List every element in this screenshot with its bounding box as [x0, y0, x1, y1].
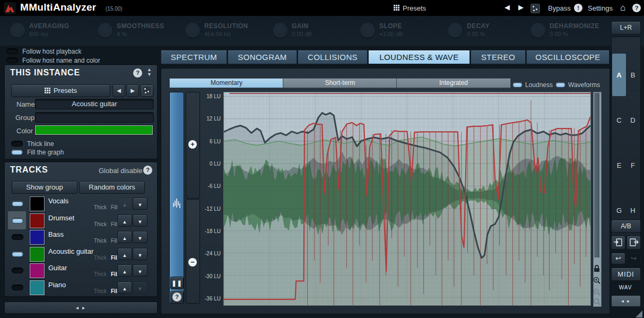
instance-presets-button[interactable]: Presets [11, 84, 110, 97]
tab-stereo[interactable]: STEREO [471, 50, 526, 64]
track-color-swatch[interactable] [30, 230, 45, 245]
chart-scrollbar[interactable] [593, 92, 602, 307]
random-colors-button[interactable]: Random colors [79, 181, 145, 194]
track-fill-toggle[interactable]: Fill [111, 221, 118, 227]
track-enable-toggle[interactable] [12, 234, 23, 240]
copy-out-button[interactable] [626, 236, 641, 250]
tab-spectrum[interactable]: SPECTRUM [161, 50, 227, 64]
track-thick-toggle[interactable]: Thick [94, 271, 107, 277]
ab-compare-button[interactable]: A/B [611, 220, 641, 233]
slot-b[interactable]: B [626, 71, 640, 79]
bypass-button[interactable]: Bypass [548, 4, 571, 12]
track-color-swatch[interactable] [30, 196, 45, 211]
track-color-swatch[interactable] [30, 263, 45, 278]
undo-button[interactable]: ↩ [611, 253, 625, 264]
track-thick-toggle[interactable]: Thick [94, 255, 107, 261]
zoom-in-icon[interactable] [592, 276, 602, 285]
group-field[interactable] [35, 112, 154, 123]
loudness-wave-chart[interactable] [223, 92, 591, 306]
tab-loudness-wave[interactable]: LOUDNESS & WAVE [368, 50, 470, 64]
previous-preset-button[interactable]: ◀ [112, 84, 125, 97]
window-resize-grip[interactable] [636, 311, 642, 317]
color-field[interactable] [35, 125, 153, 135]
track-color-swatch[interactable] [30, 280, 45, 295]
previous-preset-button[interactable]: ◀ [504, 3, 510, 11]
waveforms-toggle[interactable]: Waveforms [555, 80, 600, 89]
slot-f[interactable]: F [626, 161, 640, 169]
wav-button[interactable]: WAV [615, 285, 636, 293]
track-fill-toggle[interactable]: Fill [111, 204, 118, 210]
level-meter[interactable] [169, 92, 184, 304]
resize-handle[interactable]: ◂ ▸ [4, 302, 158, 314]
global-disable-label[interactable]: Global disable [99, 167, 142, 175]
zoom-track-upper[interactable]: + [186, 92, 200, 199]
track-move-down-button[interactable]: ▼ [133, 231, 147, 243]
random-preset-button[interactable] [530, 4, 540, 13]
slot-e[interactable]: E [612, 161, 626, 169]
follow-host-name-color-toggle[interactable]: Follow host name and color [6, 55, 100, 65]
tab-momentary[interactable]: Momentary [169, 78, 284, 88]
track-move-up-button[interactable]: ▲ [117, 281, 132, 294]
track-move-up-button[interactable]: ▲ [117, 231, 132, 243]
midi-button[interactable]: MIDI [611, 268, 641, 281]
help-button[interactable]: ? [170, 291, 184, 304]
track-color-swatch[interactable] [30, 213, 45, 228]
settings-button[interactable]: Settings [588, 4, 613, 12]
copy-in-button[interactable] [611, 236, 625, 250]
track-color-swatch[interactable] [30, 247, 45, 262]
zoom-fit-icon[interactable] [592, 297, 602, 306]
zoom-out-icon[interactable] [592, 287, 602, 297]
tab-sonogram[interactable]: SONOGRAM [228, 50, 297, 64]
track-fill-toggle[interactable]: Fill [111, 238, 118, 244]
track-thick-toggle[interactable]: Thick [94, 238, 107, 244]
fill-graph-toggle[interactable]: Fill the graph [11, 147, 64, 157]
track-enable-toggle[interactable] [12, 201, 23, 207]
track-move-down-button[interactable]: ▼ [133, 214, 147, 227]
resize-handle[interactable]: ◂ ▸ [611, 295, 641, 307]
follow-host-playback-toggle[interactable]: Follow host playback [6, 46, 81, 56]
slot-a[interactable]: A [612, 71, 626, 79]
slot-d[interactable]: D [626, 116, 640, 124]
track-move-down-button[interactable]: ▼ [133, 264, 147, 277]
track-enable-toggle[interactable] [12, 218, 23, 224]
tab-integrated[interactable]: Integrated [396, 78, 511, 88]
track-move-down-button[interactable]: ▼ [133, 281, 147, 294]
track-thick-toggle[interactable]: Thick [94, 204, 107, 210]
next-preset-button[interactable]: ▶ [518, 3, 524, 11]
slot-g[interactable]: G [612, 207, 626, 214]
track-move-up-button[interactable]: ▲ [117, 248, 132, 260]
random-preset-button[interactable] [140, 84, 154, 97]
zoom-out-button[interactable]: − [188, 258, 197, 267]
zoom-in-button[interactable]: + [188, 140, 197, 149]
track-enable-toggle[interactable] [12, 285, 23, 290]
slot-c[interactable]: C [612, 116, 626, 124]
track-thick-toggle[interactable]: Thick [94, 288, 107, 294]
track-move-up-button[interactable]: ▲ [117, 214, 132, 227]
tab-oscilloscope[interactable]: OSCILLOSCOPE [526, 50, 610, 64]
loudness-toggle[interactable]: Loudness [512, 80, 553, 89]
tab-short-term[interactable]: Short-term [283, 78, 397, 88]
alert-icon[interactable]: ! [574, 4, 582, 12]
zoom-track-lower[interactable]: − [186, 199, 200, 304]
scrollbar-thumb[interactable] [594, 93, 599, 257]
tab-collisions[interactable]: COLLISIONS [298, 50, 368, 64]
name-field[interactable]: Acoustic guitar [35, 99, 154, 109]
collapse-icon[interactable]: ▲▼ [147, 67, 152, 77]
track-move-down-button[interactable]: ▼ [133, 248, 147, 260]
track-move-down-button[interactable]: ▼ [133, 197, 147, 210]
track-enable-toggle[interactable] [12, 251, 23, 257]
track-thick-toggle[interactable]: Thick [94, 221, 107, 227]
next-preset-button[interactable]: ▶ [126, 84, 139, 97]
help-icon[interactable]: ? [143, 166, 152, 175]
slot-h[interactable]: H [626, 207, 640, 214]
track-enable-toggle[interactable] [12, 268, 23, 273]
home-icon[interactable]: ⌂ [620, 3, 625, 13]
channel-mode-button[interactable]: L+R [611, 21, 641, 35]
help-icon[interactable]: ? [632, 4, 641, 12]
pause-button[interactable]: ❚❚ [170, 277, 184, 289]
presets-button[interactable]: Presets [394, 4, 426, 12]
track-move-up-button[interactable]: ▲ [117, 197, 132, 210]
redo-button[interactable]: ↪ [626, 253, 641, 264]
track-move-up-button[interactable]: ▲ [117, 264, 132, 277]
lock-icon[interactable] [592, 264, 602, 273]
